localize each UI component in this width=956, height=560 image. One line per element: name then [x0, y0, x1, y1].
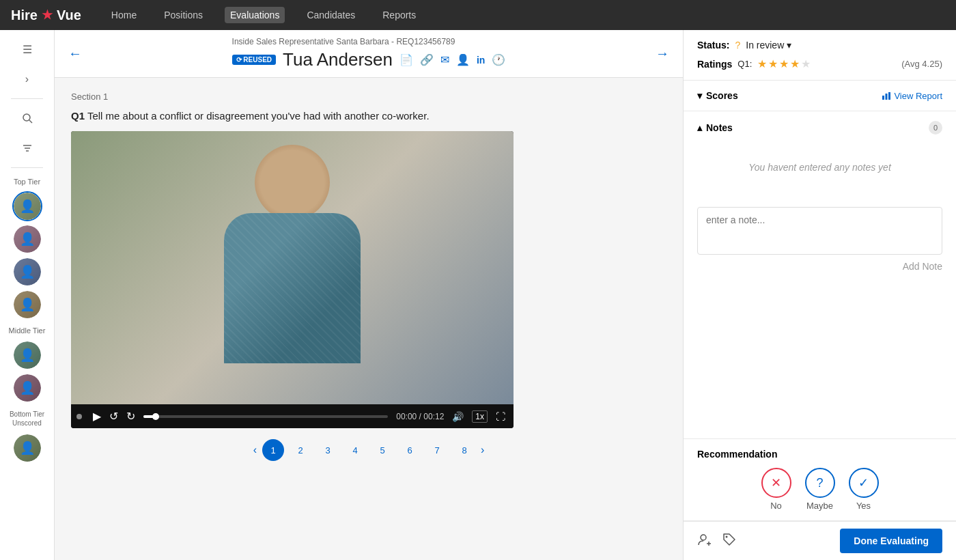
prev-candidate-button[interactable]: ← [68, 46, 82, 61]
scores-toggle[interactable]: Scores [697, 90, 738, 101]
video-frame [71, 131, 514, 404]
filter-icon[interactable] [14, 135, 41, 162]
view-report-text[interactable]: View Report [894, 91, 942, 101]
page-button-7[interactable]: 7 [426, 439, 448, 461]
svg-rect-5 [882, 96, 884, 100]
sidebar-divider-1 [11, 98, 43, 99]
next-candidate-button[interactable]: → [656, 46, 669, 61]
time-display: 00:00 / 00:12 [396, 412, 444, 421]
candidate-avatar-2[interactable]: 👤 [12, 224, 42, 254]
star-5[interactable]: ★ [801, 57, 811, 70]
ratings-avg: (Avg 4.25) [901, 59, 942, 69]
page-button-5[interactable]: 5 [371, 439, 393, 461]
candidate-avatar-3[interactable]: 👤 [12, 257, 42, 287]
notes-count-badge: 0 [929, 121, 942, 135]
yes-label: Yes [856, 501, 871, 511]
status-dropdown[interactable]: In review [746, 40, 791, 51]
search-icon[interactable] [14, 104, 41, 132]
nav-evaluations[interactable]: Evaluations [225, 7, 285, 23]
ratings-label: Ratings [697, 59, 732, 70]
ratings-q-label: Q1: [737, 59, 752, 69]
recommendation-yes-button[interactable]: ✓ Yes [849, 468, 879, 511]
svg-rect-7 [888, 92, 890, 100]
svg-rect-6 [886, 94, 888, 100]
rewind-button[interactable]: ↺ [109, 410, 118, 423]
page-button-3[interactable]: 3 [317, 439, 339, 461]
page-button-6[interactable]: 6 [399, 439, 421, 461]
question-number: Q1 [71, 110, 85, 122]
main-content: Section 1 Q1 Tell me about a conflict or… [55, 78, 683, 560]
scores-label: Scores [706, 90, 738, 101]
page-button-8[interactable]: 8 [453, 439, 475, 461]
nav-candidates[interactable]: Candidates [301, 7, 361, 23]
pagination: ‹ 1 2 3 4 5 6 7 8 › [71, 439, 666, 461]
right-panel: Status: ? In review Ratings Q1: ★ ★ ★ ★ … [683, 30, 956, 560]
linkedin-icon[interactable]: in [477, 55, 485, 66]
breadcrumb: Inside Sales Representative Santa Barbar… [232, 37, 506, 46]
next-page-button[interactable]: › [481, 444, 484, 456]
star-1[interactable]: ★ [757, 57, 767, 70]
page-button-2[interactable]: 2 [290, 439, 311, 461]
done-evaluating-button[interactable]: Done Evaluating [840, 529, 942, 553]
scores-section: Scores View Report [684, 81, 956, 111]
recommendation-maybe-button[interactable]: ? Maybe [805, 468, 835, 511]
page-button-1[interactable]: 1 [262, 439, 284, 461]
logo-text: Hire [11, 8, 38, 23]
history-icon[interactable]: 🕐 [492, 53, 505, 66]
email-icon[interactable]: ✉ [440, 53, 449, 66]
fullscreen-button[interactable]: ⛶ [496, 411, 505, 422]
profile-icon[interactable]: 👤 [456, 53, 470, 66]
prev-page-button[interactable]: ‹ [253, 444, 257, 456]
reused-badge: ⟳ REUSED [232, 55, 276, 65]
tag-icon[interactable] [722, 532, 737, 550]
candidate-avatar-6[interactable]: 👤 [12, 373, 42, 403]
document-icon[interactable]: 📄 [399, 53, 413, 66]
link-icon[interactable]: 🔗 [420, 53, 434, 66]
ratings-stars[interactable]: ★ ★ ★ ★ ★ [757, 57, 811, 70]
status-value: In review [746, 40, 784, 51]
bottom-tier-label: Bottom TierUnscored [10, 410, 44, 428]
status-label: Status: [697, 40, 729, 51]
maybe-label: Maybe [806, 501, 833, 511]
bar-chart-icon [882, 91, 891, 100]
notes-label: Notes [706, 122, 733, 133]
candidate-avatar-7[interactable]: 👤 [12, 433, 42, 463]
star-3[interactable]: ★ [779, 57, 789, 70]
volume-button[interactable]: 🔊 [452, 411, 464, 422]
recommendation-section: Recommendation ✕ No ? Maybe ✓ Yes [684, 439, 956, 521]
status-chevron-icon [787, 40, 791, 51]
page-button-4[interactable]: 4 [344, 439, 366, 461]
add-candidate-icon[interactable] [697, 532, 712, 550]
star-4[interactable]: ★ [790, 57, 800, 70]
speed-button[interactable]: 1x [472, 410, 488, 423]
no-label: No [770, 501, 782, 511]
expand-icon[interactable]: › [14, 66, 41, 93]
question-text: Q1 Tell me about a conflict or disagreem… [71, 110, 666, 122]
nav-positions[interactable]: Positions [158, 7, 208, 23]
add-note-button[interactable]: Add Note [903, 261, 942, 272]
candidate-avatar-5[interactable]: 👤 [12, 340, 42, 370]
candidate-avatar-4[interactable]: 👤 [12, 290, 42, 320]
star-2[interactable]: ★ [768, 57, 778, 70]
menu-icon[interactable]: ☰ [14, 36, 41, 63]
svg-point-0 [23, 114, 30, 121]
top-navigation: Hire★Vue Home Positions Evaluations Cand… [0, 0, 956, 30]
svg-point-11 [726, 535, 728, 537]
status-section: Status: ? In review Ratings Q1: ★ ★ ★ ★ … [684, 30, 956, 81]
notes-section: Notes 0 You havent entered any notes yet… [684, 111, 956, 439]
note-input[interactable] [697, 207, 942, 255]
logo-star: ★ [42, 8, 53, 23]
top-tier-label: Top Tier [14, 178, 40, 186]
play-button[interactable]: ▶ [93, 410, 101, 423]
nav-home[interactable]: Home [106, 7, 142, 23]
nav-reports[interactable]: Reports [377, 7, 421, 23]
candidate-avatar-1[interactable]: 👤 [12, 191, 42, 221]
logo: Hire★Vue [11, 8, 81, 23]
view-report-link[interactable]: View Report [882, 91, 942, 101]
progress-bar[interactable] [143, 415, 388, 418]
notes-toggle[interactable]: Notes [697, 122, 733, 133]
yes-circle: ✓ [849, 468, 879, 498]
forward-button[interactable]: ↻ [126, 410, 135, 423]
recommendation-no-button[interactable]: ✕ No [761, 468, 791, 511]
candidate-name: Tua Andersen [283, 49, 393, 70]
